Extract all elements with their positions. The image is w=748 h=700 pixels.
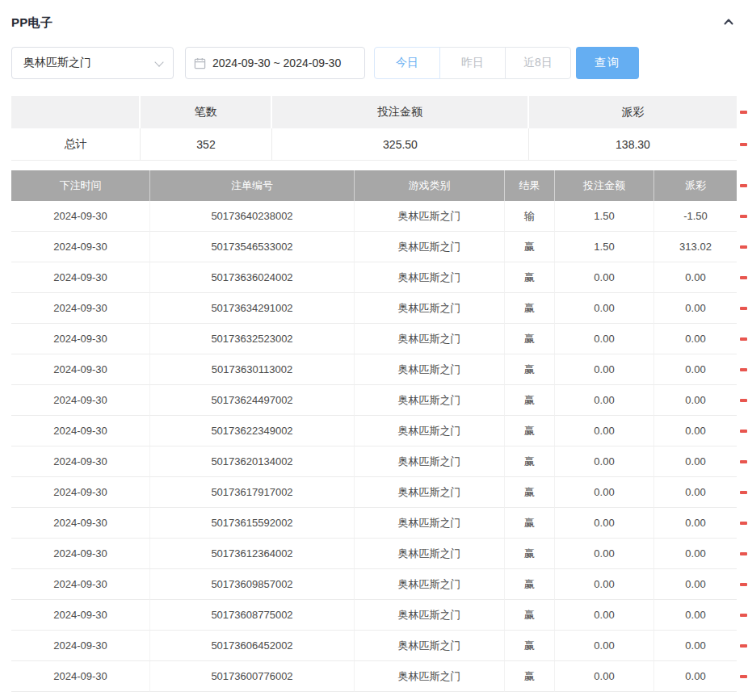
table-row: 2024-09-30 50173630113002 奥林匹斯之门 赢 0.00 …	[11, 354, 737, 385]
bet-amount-cell: 0.00	[555, 446, 654, 477]
payout-cell: 0.00	[654, 293, 737, 324]
bet-id-cell: 50173606452002	[150, 631, 355, 661]
table-row: 2024-09-30 50173615592002 奥林匹斯之门 赢 0.00 …	[11, 508, 737, 539]
bet-amount-cell: 0.00	[555, 324, 654, 354]
bet-time-cell: 2024-09-30	[11, 354, 150, 385]
bet-id-cell: 50173620134002	[150, 446, 355, 477]
summary-total-count: 352	[141, 128, 272, 161]
bet-amount-cell: 0.00	[555, 508, 654, 539]
bet-time-cell: 2024-09-30	[11, 232, 150, 262]
bet-time-cell: 2024-09-30	[11, 539, 150, 569]
game-category-cell: 奥林匹斯之门	[355, 539, 505, 569]
summary-header-count: 笔数	[141, 96, 272, 128]
result-cell: 赢	[505, 539, 555, 569]
bet-amount-cell: 0.00	[555, 631, 654, 661]
game-category-cell: 奥林匹斯之门	[355, 477, 505, 508]
quick-range-button[interactable]: 近8日	[505, 47, 571, 79]
bet-id-cell: 50173609857002	[150, 569, 355, 600]
result-cell: 输	[505, 201, 555, 232]
bet-amount-cell: 1.50	[555, 232, 654, 262]
bet-time-cell: 2024-09-30	[11, 324, 150, 354]
game-category-cell: 奥林匹斯之门	[355, 446, 505, 477]
bet-time-cell: 2024-09-30	[11, 569, 150, 600]
bet-id-cell: 50173630113002	[150, 354, 355, 385]
payout-cell: 0.00	[654, 631, 737, 661]
summary-header-row: 笔数 投注金额 派彩	[11, 96, 737, 128]
bet-id-cell: 50173622349002	[150, 416, 355, 446]
summary-header-blank	[11, 96, 141, 128]
game-category-cell: 奥林匹斯之门	[355, 569, 505, 600]
bet-id-cell: 50173615592002	[150, 508, 355, 539]
game-category-cell: 奥林匹斯之门	[355, 631, 505, 661]
summary-header-payout: 派彩	[529, 96, 737, 128]
bet-time-cell: 2024-09-30	[11, 508, 150, 539]
bet-amount-cell: 0.00	[555, 293, 654, 324]
summary-table: 笔数 投注金额 派彩 总计 352 325.50 138.30	[11, 96, 737, 161]
query-button[interactable]: 查询	[576, 47, 639, 79]
result-cell: 赢	[505, 262, 555, 293]
table-row: 2024-09-30 50173617917002 奥林匹斯之门 赢 0.00 …	[11, 477, 737, 508]
collapse-panel-button[interactable]	[721, 14, 737, 32]
bet-amount-cell: 0.00	[555, 262, 654, 293]
table-row: 2024-09-30 50173608775002 奥林匹斯之门 赢 0.00 …	[11, 600, 737, 631]
payout-cell: 0.00	[654, 569, 737, 600]
bet-amount-cell: 0.00	[555, 569, 654, 600]
header-bet-id: 注单编号	[150, 170, 355, 201]
table-row: 2024-09-30 50173609857002 奥林匹斯之门 赢 0.00 …	[11, 569, 737, 600]
game-category-cell: 奥林匹斯之门	[355, 201, 505, 232]
bet-time-cell: 2024-09-30	[11, 385, 150, 416]
game-select[interactable]: 奥林匹斯之门	[11, 47, 174, 79]
table-row: 2024-09-30 50173620134002 奥林匹斯之门 赢 0.00 …	[11, 446, 737, 477]
quick-range-button[interactable]: 今日	[374, 47, 440, 79]
summary-total-row: 总计 352 325.50 138.30	[11, 128, 737, 161]
bet-time-cell: 2024-09-30	[11, 262, 150, 293]
result-cell: 赢	[505, 477, 555, 508]
summary-total-label: 总计	[11, 128, 141, 161]
panel-title: PP电子	[11, 15, 53, 31]
result-cell: 赢	[505, 293, 555, 324]
bet-time-cell: 2024-09-30	[11, 446, 150, 477]
betting-records-panel: PP电子 奥林匹斯之门 2024-09-30 ~ 2	[0, 0, 748, 692]
bet-amount-cell: 0.00	[555, 661, 654, 692]
header-bet-amount: 投注金额	[555, 170, 654, 201]
date-range-picker[interactable]: 2024-09-30 ~ 2024-09-30	[185, 47, 365, 79]
bet-amount-cell: 0.00	[555, 416, 654, 446]
summary-total-bet-amount: 325.50	[272, 128, 529, 161]
bet-amount-cell: 0.00	[555, 385, 654, 416]
result-cell: 赢	[505, 600, 555, 631]
payout-cell: -1.50	[654, 201, 737, 232]
bet-amount-cell: 0.00	[555, 539, 654, 569]
result-cell: 赢	[505, 324, 555, 354]
bet-amount-cell: 0.00	[555, 477, 654, 508]
game-category-cell: 奥林匹斯之门	[355, 661, 505, 692]
bet-time-cell: 2024-09-30	[11, 293, 150, 324]
chevron-up-icon	[722, 15, 735, 31]
result-cell: 赢	[505, 508, 555, 539]
payout-cell: 0.00	[654, 262, 737, 293]
table-row: 2024-09-30 50173636024002 奥林匹斯之门 赢 0.00 …	[11, 262, 737, 293]
game-category-cell: 奥林匹斯之门	[355, 293, 505, 324]
payout-cell: 0.00	[654, 354, 737, 385]
game-category-cell: 奥林匹斯之门	[355, 232, 505, 262]
table-row: 2024-09-30 50173632523002 奥林匹斯之门 赢 0.00 …	[11, 324, 737, 354]
payout-cell: 0.00	[654, 385, 737, 416]
result-cell: 赢	[505, 446, 555, 477]
payout-cell: 0.00	[654, 508, 737, 539]
result-cell: 赢	[505, 232, 555, 262]
table-row: 2024-09-30 50173606452002 奥林匹斯之门 赢 0.00 …	[11, 631, 737, 661]
bet-id-cell: 50173634291002	[150, 293, 355, 324]
filter-bar: 奥林匹斯之门 2024-09-30 ~ 2024-09-30 今日昨日近8日 查…	[11, 47, 737, 79]
game-category-cell: 奥林匹斯之门	[355, 324, 505, 354]
game-category-cell: 奥林匹斯之门	[355, 508, 505, 539]
records-header-row: 下注时间 注单编号 游戏类别 结果 投注金额 派彩	[11, 170, 737, 201]
bet-id-cell: 50173608775002	[150, 600, 355, 631]
table-row: 2024-09-30 50173640238002 奥林匹斯之门 输 1.50 …	[11, 201, 737, 232]
quick-range-button[interactable]: 昨日	[439, 47, 506, 79]
result-cell: 赢	[505, 354, 555, 385]
bet-time-cell: 2024-09-30	[11, 631, 150, 661]
game-category-cell: 奥林匹斯之门	[355, 262, 505, 293]
payout-cell: 0.00	[654, 324, 737, 354]
bet-id-cell: 50173612364002	[150, 539, 355, 569]
bet-id-cell: 50173546533002	[150, 232, 355, 262]
table-row: 2024-09-30 50173634291002 奥林匹斯之门 赢 0.00 …	[11, 293, 737, 324]
